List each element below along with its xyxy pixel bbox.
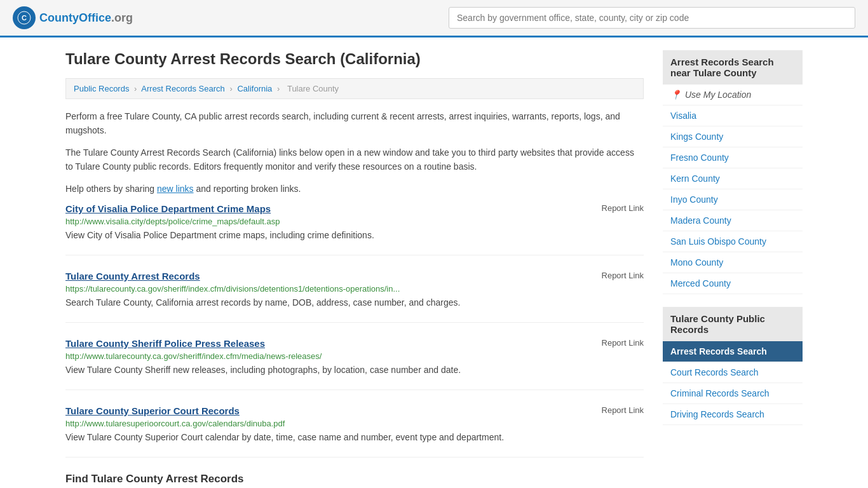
section-heading: Find Tulare County Arrest Records xyxy=(65,473,644,485)
breadcrumb-current: Tulare County xyxy=(287,84,339,93)
search-input[interactable] xyxy=(449,7,855,29)
site-header: C CountyOffice.org xyxy=(0,0,868,37)
nearby-link-1[interactable]: Kings County xyxy=(663,126,803,147)
report-link-0[interactable]: Report Link xyxy=(602,203,644,213)
main-container: Tulare County Arrest Records Search (Cal… xyxy=(53,37,815,488)
result-url-1: https://tularecounty.ca.gov/sheriff/inde… xyxy=(65,284,644,294)
public-records-link-3[interactable]: Driving Records Search xyxy=(663,404,803,425)
results-container: City of Visalia Police Department Crime … xyxy=(65,203,644,458)
content-area: Tulare County Arrest Records Search (Cal… xyxy=(65,50,644,488)
breadcrumb: Public Records › Arrest Records Search ›… xyxy=(65,78,644,99)
site-logo[interactable]: C CountyOffice.org xyxy=(13,6,133,29)
report-link-1[interactable]: Report Link xyxy=(602,271,644,280)
nearby-link-2[interactable]: Fresno County xyxy=(663,147,803,168)
public-records-header: Tulare County Public Records xyxy=(663,307,803,341)
result-item: Tulare County Arrest Records Report Link… xyxy=(65,271,644,323)
result-title-2[interactable]: Tulare County Sheriff Police Press Relea… xyxy=(65,338,265,349)
result-header: Tulare County Superior Court Records Rep… xyxy=(65,405,644,416)
description-1: Perform a free Tulare County, CA public … xyxy=(65,109,644,138)
search-bar-container xyxy=(449,7,855,29)
new-links-link[interactable]: new links xyxy=(157,184,194,194)
public-records-link-2[interactable]: Criminal Records Search xyxy=(663,383,803,404)
result-header: Tulare County Arrest Records Report Link xyxy=(65,271,644,281)
result-desc-1: Search Tulare County, California arrest … xyxy=(65,296,644,309)
result-item: City of Visalia Police Department Crime … xyxy=(65,203,644,255)
breadcrumb-link-arrest-records[interactable]: Arrest Records Search xyxy=(141,84,225,93)
result-desc-0: View City of Visalia Police Department c… xyxy=(65,229,644,242)
logo-text: CountyOffice.org xyxy=(39,11,133,25)
nearby-link-6[interactable]: San Luis Obispo County xyxy=(663,231,803,252)
nearby-link-3[interactable]: Kern County xyxy=(663,168,803,189)
nearby-header: Arrest Records Search near Tulare County xyxy=(663,50,803,85)
nearby-section: Arrest Records Search near Tulare County… xyxy=(663,50,803,294)
nearby-link-8[interactable]: Merced County xyxy=(663,273,803,294)
page-title: Tulare County Arrest Records Search (Cal… xyxy=(65,50,644,68)
use-my-location[interactable]: 📍 Use My Location xyxy=(663,85,803,105)
nearby-links-container: VisaliaKings CountyFresno CountyKern Cou… xyxy=(663,105,803,294)
description-3: Help others by sharing new links and rep… xyxy=(65,182,644,196)
result-item: Tulare County Superior Court Records Rep… xyxy=(65,405,644,458)
description-2: The Tulare County Arrest Records Search … xyxy=(65,146,644,174)
result-title-3[interactable]: Tulare County Superior Court Records xyxy=(65,405,240,416)
public-records-section: Tulare County Public Records Arrest Reco… xyxy=(663,307,803,425)
result-url-2: http://www.tularecounty.ca.gov/sheriff/i… xyxy=(65,351,644,361)
report-link-3[interactable]: Report Link xyxy=(602,405,644,415)
result-header: Tulare County Sheriff Police Press Relea… xyxy=(65,338,644,349)
result-title-1[interactable]: Tulare County Arrest Records xyxy=(65,271,200,281)
breadcrumb-link-public-records[interactable]: Public Records xyxy=(74,84,129,93)
result-item: Tulare County Sheriff Police Press Relea… xyxy=(65,338,644,390)
result-url-0: http://www.visalia.city/depts/police/cri… xyxy=(65,217,644,226)
logo-icon: C xyxy=(13,6,36,29)
sidebar: Arrest Records Search near Tulare County… xyxy=(663,50,803,488)
nearby-link-5[interactable]: Madera County xyxy=(663,210,803,231)
public-records-link-1[interactable]: Court Records Search xyxy=(663,362,803,383)
result-url-3: http://www.tularesuperioorcourt.ca.gov/c… xyxy=(65,419,644,428)
nearby-link-7[interactable]: Mono County xyxy=(663,252,803,273)
result-title-0[interactable]: City of Visalia Police Department Crime … xyxy=(65,203,271,214)
result-desc-2: View Tulare County Sheriff new releases,… xyxy=(65,363,644,377)
breadcrumb-link-california[interactable]: California xyxy=(237,84,272,93)
result-header: City of Visalia Police Department Crime … xyxy=(65,203,644,214)
location-icon: 📍 xyxy=(670,90,681,100)
report-link-2[interactable]: Report Link xyxy=(602,338,644,348)
nearby-link-4[interactable]: Inyo County xyxy=(663,189,803,210)
public-records-links-container: Arrest Records SearchCourt Records Searc… xyxy=(663,341,803,425)
public-records-link-0[interactable]: Arrest Records Search xyxy=(663,341,803,362)
result-desc-3: View Tulare County Superior Court calend… xyxy=(65,431,644,444)
nearby-link-0[interactable]: Visalia xyxy=(663,105,803,126)
svg-text:C: C xyxy=(22,14,27,22)
